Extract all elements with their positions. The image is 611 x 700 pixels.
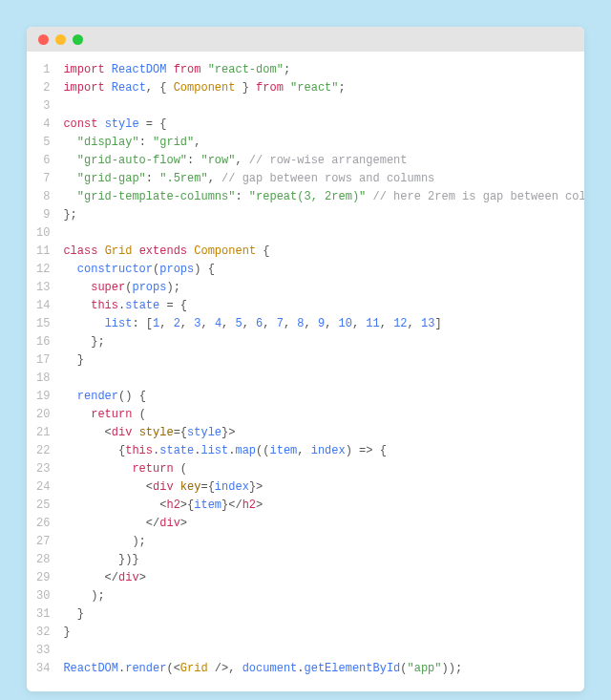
code-line[interactable]: import ReactDOM from "react-dom"; (63, 61, 584, 79)
line-number: 12 (36, 261, 50, 279)
line-number: 10 (36, 224, 50, 243)
line-number: 7 (36, 170, 50, 188)
line-number: 18 (36, 370, 50, 388)
minimize-icon[interactable] (55, 34, 66, 45)
code-line[interactable]: const style = { (63, 116, 584, 134)
maximize-icon[interactable] (73, 34, 83, 45)
code-line[interactable]: </div> (63, 515, 584, 533)
code-line[interactable]: this.state = { (63, 297, 584, 315)
code-window: 1234567891011121314151617181920212223242… (27, 27, 584, 691)
code-area[interactable]: import ReactDOM from "react-dom";import … (63, 61, 584, 678)
code-line[interactable]: return ( (63, 406, 584, 424)
code-line[interactable]: render() { (63, 388, 584, 406)
line-number: 17 (36, 351, 50, 370)
code-line[interactable] (63, 370, 584, 388)
code-line[interactable]: "display": "grid", (63, 134, 584, 152)
line-number: 13 (36, 279, 50, 297)
code-line[interactable]: } (63, 351, 584, 370)
line-number: 28 (36, 551, 50, 569)
line-number: 21 (36, 424, 50, 442)
line-number: 4 (36, 116, 50, 134)
code-line[interactable]: }; (63, 206, 584, 224)
line-number: 32 (36, 624, 50, 642)
line-number: 5 (36, 134, 50, 152)
code-line[interactable]: "grid-template-columns": "repeat(3, 2rem… (63, 188, 584, 206)
code-line[interactable]: class Grid extends Component { (63, 243, 584, 261)
code-line[interactable]: <div style={style}> (63, 424, 584, 442)
code-line[interactable]: </div> (63, 569, 584, 587)
code-line[interactable]: return ( (63, 460, 584, 478)
code-line[interactable] (63, 642, 584, 660)
line-number-gutter: 1234567891011121314151617181920212223242… (27, 61, 63, 678)
code-line[interactable]: }; (63, 333, 584, 351)
line-number: 34 (36, 660, 50, 678)
line-number: 8 (36, 188, 50, 206)
code-line[interactable]: } (63, 605, 584, 624)
code-line[interactable]: } (63, 624, 584, 642)
line-number: 2 (36, 79, 50, 97)
line-number: 23 (36, 460, 50, 478)
line-number: 6 (36, 152, 50, 170)
line-number: 24 (36, 478, 50, 497)
line-number: 20 (36, 406, 50, 424)
code-line[interactable]: "grid-auto-flow": "row", // row-wise arr… (63, 152, 584, 170)
code-line[interactable]: import React, { Component } from "react"… (63, 79, 584, 97)
line-number: 25 (36, 497, 50, 515)
code-line[interactable] (63, 224, 584, 243)
code-line[interactable]: "grid-gap": ".5rem", // gap between rows… (63, 170, 584, 188)
code-line[interactable]: {this.state.list.map((item, index) => { (63, 442, 584, 460)
line-number: 9 (36, 206, 50, 224)
line-number: 11 (36, 243, 50, 261)
line-number: 14 (36, 297, 50, 315)
line-number: 15 (36, 315, 50, 333)
titlebar (27, 27, 584, 52)
code-line[interactable]: })} (63, 551, 584, 569)
line-number: 16 (36, 333, 50, 351)
line-number: 27 (36, 533, 50, 551)
line-number: 19 (36, 388, 50, 406)
code-line[interactable]: ReactDOM.render(<Grid />, document.getEl… (63, 660, 584, 678)
code-line[interactable]: super(props); (63, 279, 584, 297)
code-line[interactable]: list: [1, 2, 3, 4, 5, 6, 7, 8, 9, 10, 11… (63, 315, 584, 333)
line-number: 3 (36, 97, 50, 116)
line-number: 29 (36, 569, 50, 587)
code-editor[interactable]: 1234567891011121314151617181920212223242… (27, 52, 584, 691)
line-number: 31 (36, 605, 50, 624)
code-line[interactable]: <h2>{item}</h2> (63, 497, 584, 515)
code-line[interactable] (63, 97, 584, 116)
line-number: 26 (36, 515, 50, 533)
close-icon[interactable] (38, 34, 49, 45)
code-line[interactable]: ); (63, 587, 584, 605)
line-number: 22 (36, 442, 50, 460)
code-line[interactable]: <div key={index}> (63, 478, 584, 497)
line-number: 1 (36, 61, 50, 79)
line-number: 30 (36, 587, 50, 605)
line-number: 33 (36, 642, 50, 660)
code-line[interactable]: constructor(props) { (63, 261, 584, 279)
code-line[interactable]: ); (63, 533, 584, 551)
